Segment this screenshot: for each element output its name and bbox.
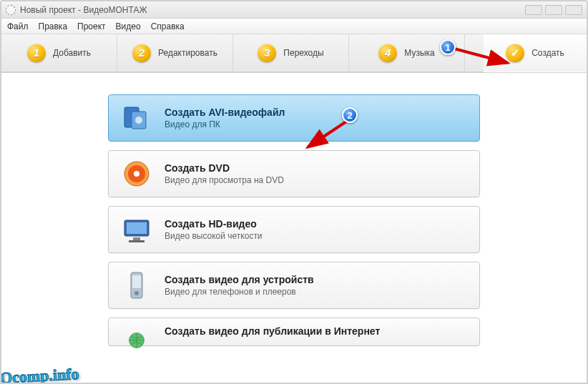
tab-gap (465, 34, 484, 72)
tab-create-label: Создать (531, 48, 564, 58)
option-hd-title: Создать HD-видео (165, 218, 263, 230)
svg-point-12 (134, 291, 139, 295)
window-title: Новый проект - ВидеоМОНТАЖ (20, 5, 147, 15)
svg-rect-7 (127, 222, 147, 234)
titlebar: Новый проект - ВидеоМОНТАЖ (1, 1, 587, 19)
dvd-icon (122, 159, 152, 189)
tab-transitions[interactable]: 3 Переходы (233, 34, 349, 72)
menu-video[interactable]: Видео (116, 21, 141, 31)
option-devices[interactable]: Создать видео для устройств Видео для те… (108, 262, 480, 309)
avi-icon (122, 103, 152, 133)
menu-project[interactable]: Проект (77, 21, 106, 31)
option-dvd-title: Создать DVD (165, 162, 284, 174)
watermark: Ocomp.info (0, 365, 79, 384)
tab-music-label: Музыка (404, 48, 434, 58)
step-3-icon: 3 (258, 44, 276, 62)
option-hd[interactable]: Создать HD-видео Видео высокой четкости (108, 206, 480, 253)
option-devices-subtitle: Видео для телефонов и плееров (165, 287, 314, 297)
option-avi[interactable]: Создать AVI-видеофайл Видео для ПК (108, 94, 480, 142)
option-devices-title: Создать видео для устройств (165, 274, 314, 285)
svg-point-2 (135, 117, 142, 124)
tab-transitions-label: Переходы (283, 48, 323, 58)
check-icon: ✓ (506, 44, 524, 62)
menu-help[interactable]: Справка (151, 21, 185, 31)
option-avi-title: Создать AVI-видеофайл (165, 107, 285, 118)
globe-icon (122, 325, 152, 355)
menu-edit[interactable]: Правка (39, 21, 68, 31)
tab-edit-label: Редактировать (158, 48, 217, 58)
content-pane: Создать AVI-видеофайл Видео для ПК Созда… (1, 73, 587, 383)
svg-rect-11 (132, 275, 141, 288)
tab-create[interactable]: ✓ Создать (484, 34, 587, 72)
tab-add-label: Добавить (53, 48, 91, 58)
annotation-callout-2: 2 (342, 107, 358, 123)
menu-file[interactable]: Файл (7, 21, 29, 31)
annotation-callout-1: 1 (440, 39, 456, 55)
svg-rect-8 (133, 237, 140, 240)
option-dvd[interactable]: Создать DVD Видео для просмотра на DVD (108, 150, 480, 197)
tab-edit[interactable]: 2 Редактировать (117, 34, 233, 72)
option-internet-title: Создать видео для публикации в Интернет (165, 325, 380, 337)
minimize-button[interactable] (525, 5, 542, 15)
option-avi-subtitle: Видео для ПК (165, 119, 285, 129)
menubar: Файл Правка Проект Видео Справка (1, 19, 587, 34)
maximize-button[interactable] (545, 5, 562, 15)
option-dvd-subtitle: Видео для просмотра на DVD (165, 175, 284, 185)
step-4-icon: 4 (378, 44, 397, 62)
app-icon (6, 5, 16, 15)
tab-add[interactable]: 1 Добавить (1, 34, 117, 72)
hd-icon (122, 215, 152, 245)
svg-rect-9 (129, 240, 144, 242)
svg-point-5 (134, 171, 139, 177)
option-internet[interactable]: Создать видео для публикации в Интернет (108, 317, 480, 346)
phone-icon (122, 270, 152, 300)
step-1-icon: 1 (27, 44, 46, 62)
toolbar: 1 Добавить 2 Редактировать 3 Переходы 4 … (1, 34, 587, 73)
app-window: Новый проект - ВидеоМОНТАЖ Файл Правка П… (0, 0, 588, 384)
option-hd-subtitle: Видео высокой четкости (165, 231, 263, 241)
close-button[interactable] (565, 5, 582, 15)
step-2-icon: 2 (132, 44, 151, 62)
